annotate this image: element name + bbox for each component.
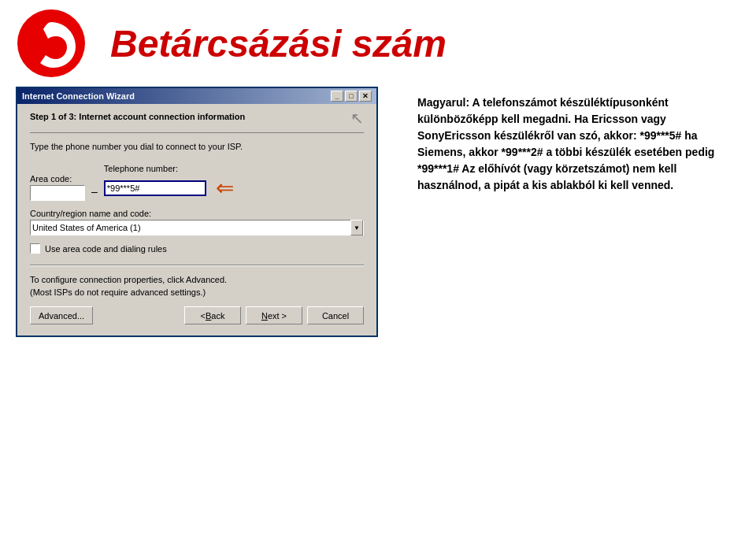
telephone-input[interactable] [104, 180, 206, 196]
country-section: Country/region name and code: United Sta… [30, 209, 364, 235]
area-code-checkbox[interactable] [30, 243, 40, 254]
field-dash: – [91, 185, 98, 199]
nav-buttons: < Back Next > Cancel [184, 306, 364, 324]
country-label: Country/region name and code: [30, 209, 364, 218]
vodafone-logo [16, 8, 87, 79]
telephone-label: Telephone number: [104, 164, 234, 173]
step-title: Step 1 of 3: Internet account connection… [30, 112, 245, 121]
cancel-button[interactable]: Cancel [307, 306, 364, 324]
titlebar-buttons: _ □ ✕ [331, 91, 372, 102]
advanced-button[interactable]: Advanced... [30, 306, 93, 324]
wizard-title: Internet Connection Wizard [22, 91, 135, 101]
maximize-button[interactable]: □ [345, 91, 358, 102]
telephone-group: Telephone number: ⇐ [104, 164, 234, 201]
minimize-button[interactable]: _ [331, 91, 343, 102]
separator [30, 265, 364, 266]
info-text: To configure connection properties, clic… [30, 274, 364, 298]
cursor-icon: ↖ [350, 109, 364, 128]
wizard-body: Step 1 of 3: Internet account connection… [17, 104, 376, 336]
back-button[interactable]: < Back [184, 306, 241, 324]
checkbox-row: Use area code and dialing rules [30, 243, 364, 254]
wizard-step-header: Step 1 of 3: Internet account connection… [30, 112, 364, 133]
wizard-footer: Advanced... < Back Next > Cancel [30, 306, 364, 324]
checkbox-label: Use area code and dialing rules [45, 244, 167, 254]
wizard-description: Type the phone number you dial to connec… [30, 141, 364, 153]
country-select-wrapper: United States of America (1) ▼ [30, 220, 364, 235]
area-code-group: Area code: [30, 174, 85, 201]
header: Betárcsázási szám [0, 0, 756, 87]
area-code-input[interactable] [30, 185, 85, 201]
area-code-label: Area code: [30, 174, 85, 184]
wizard-titlebar: Internet Connection Wizard _ □ ✕ [17, 88, 376, 104]
close-button[interactable]: ✕ [359, 91, 372, 102]
description-text: Magyarul: A telefonszámot készüléktípuso… [417, 95, 736, 194]
arrow-indicator: ⇐ [216, 175, 234, 201]
wizard-dialog: Internet Connection Wizard _ □ ✕ Step 1 … [16, 87, 378, 337]
main-content: Internet Connection Wizard _ □ ✕ Step 1 … [0, 87, 756, 545]
phone-fields: Area code: – Telephone number: ⇐ [30, 164, 364, 201]
description-area: Magyarul: A telefonszámot készüléktípuso… [410, 87, 740, 545]
wizard-area: Internet Connection Wizard _ □ ✕ Step 1 … [16, 87, 394, 545]
next-button[interactable]: Next > [246, 306, 302, 324]
country-select[interactable]: United States of America (1) [30, 220, 364, 235]
page-title: Betárcsázási szám [110, 22, 447, 65]
